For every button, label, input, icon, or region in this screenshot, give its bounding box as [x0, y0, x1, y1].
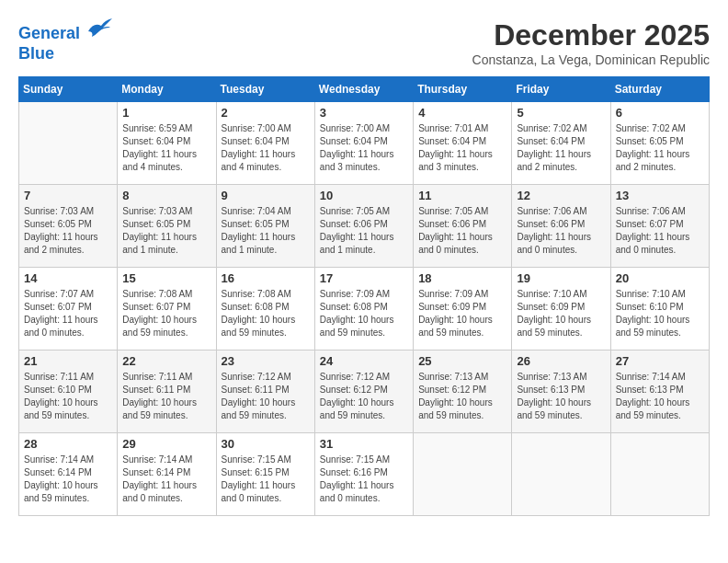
- day-number: 25: [418, 354, 506, 368]
- day-number: 14: [24, 271, 112, 285]
- day-number: 3: [320, 106, 408, 120]
- calendar-cell: [512, 433, 610, 516]
- day-number: 1: [122, 106, 210, 120]
- header-wednesday: Wednesday: [314, 77, 413, 102]
- calendar-cell: 8Sunrise: 7:03 AM Sunset: 6:05 PM Daylig…: [118, 185, 216, 268]
- day-info: Sunrise: 7:14 AM Sunset: 6:14 PM Dayligh…: [122, 454, 210, 505]
- day-info: Sunrise: 7:11 AM Sunset: 6:10 PM Dayligh…: [24, 371, 112, 422]
- calendar-cell: 5Sunrise: 7:02 AM Sunset: 6:04 PM Daylig…: [512, 102, 610, 185]
- day-info: Sunrise: 7:08 AM Sunset: 6:07 PM Dayligh…: [122, 288, 210, 339]
- day-info: Sunrise: 7:02 AM Sunset: 6:05 PM Dayligh…: [616, 122, 704, 174]
- day-info: Sunrise: 7:13 AM Sunset: 6:12 PM Dayligh…: [418, 371, 506, 422]
- calendar-week-row: 28Sunrise: 7:14 AM Sunset: 6:14 PM Dayli…: [19, 433, 710, 516]
- day-info: Sunrise: 7:12 AM Sunset: 6:11 PM Dayligh…: [222, 371, 310, 422]
- calendar-cell: 13Sunrise: 7:06 AM Sunset: 6:07 PM Dayli…: [610, 185, 709, 268]
- day-info: Sunrise: 7:15 AM Sunset: 6:16 PM Dayligh…: [320, 454, 408, 505]
- calendar-cell: 7Sunrise: 7:03 AM Sunset: 6:05 PM Daylig…: [19, 185, 118, 268]
- calendar-header-row: SundayMondayTuesdayWednesdayThursdayFrid…: [19, 77, 710, 102]
- page-header: General Blue December 2025 Constanza, La…: [18, 18, 710, 67]
- day-number: 27: [616, 354, 704, 368]
- day-number: 15: [122, 271, 210, 285]
- day-number: 4: [418, 106, 506, 120]
- month-title: December 2025: [472, 18, 710, 52]
- day-number: 20: [616, 271, 704, 285]
- calendar-cell: 20Sunrise: 7:10 AM Sunset: 6:10 PM Dayli…: [610, 268, 709, 350]
- day-info: Sunrise: 7:08 AM Sunset: 6:08 PM Dayligh…: [222, 288, 310, 339]
- calendar-cell: 9Sunrise: 7:04 AM Sunset: 6:05 PM Daylig…: [216, 185, 314, 268]
- calendar-cell: 11Sunrise: 7:05 AM Sunset: 6:06 PM Dayli…: [414, 185, 512, 268]
- day-info: Sunrise: 7:10 AM Sunset: 6:10 PM Dayligh…: [616, 288, 704, 339]
- day-number: 10: [320, 189, 408, 202]
- calendar-cell: 28Sunrise: 7:14 AM Sunset: 6:14 PM Dayli…: [19, 433, 118, 516]
- day-number: 6: [616, 106, 704, 120]
- day-info: Sunrise: 7:07 AM Sunset: 6:07 PM Dayligh…: [24, 288, 112, 339]
- day-number: 23: [222, 354, 310, 368]
- calendar-cell: [610, 433, 709, 516]
- day-number: 2: [222, 106, 310, 120]
- day-number: 30: [222, 437, 310, 451]
- calendar-cell: 31Sunrise: 7:15 AM Sunset: 6:16 PM Dayli…: [314, 433, 413, 516]
- header-tuesday: Tuesday: [216, 77, 314, 102]
- day-info: Sunrise: 7:12 AM Sunset: 6:12 PM Dayligh…: [320, 371, 408, 422]
- logo-bird-icon: [86, 18, 112, 39]
- calendar-week-row: 21Sunrise: 7:11 AM Sunset: 6:10 PM Dayli…: [19, 350, 710, 433]
- logo-line2: Blue: [18, 44, 112, 64]
- calendar-week-row: 1Sunrise: 6:59 AM Sunset: 6:04 PM Daylig…: [19, 102, 710, 185]
- calendar-cell: 24Sunrise: 7:12 AM Sunset: 6:12 PM Dayli…: [314, 350, 413, 433]
- day-number: 5: [517, 106, 605, 120]
- day-number: 16: [222, 271, 310, 285]
- calendar-cell: 3Sunrise: 7:00 AM Sunset: 6:04 PM Daylig…: [314, 102, 413, 185]
- day-info: Sunrise: 7:01 AM Sunset: 6:04 PM Dayligh…: [418, 122, 506, 174]
- calendar-cell: 14Sunrise: 7:07 AM Sunset: 6:07 PM Dayli…: [19, 268, 118, 350]
- day-info: Sunrise: 7:14 AM Sunset: 6:13 PM Dayligh…: [616, 371, 704, 422]
- day-number: 29: [122, 437, 210, 451]
- day-info: Sunrise: 7:09 AM Sunset: 6:08 PM Dayligh…: [320, 288, 408, 339]
- day-info: Sunrise: 7:06 AM Sunset: 6:07 PM Dayligh…: [616, 205, 704, 257]
- calendar-week-row: 7Sunrise: 7:03 AM Sunset: 6:05 PM Daylig…: [19, 185, 710, 268]
- day-number: 12: [517, 189, 605, 202]
- calendar-cell: 25Sunrise: 7:13 AM Sunset: 6:12 PM Dayli…: [414, 350, 512, 433]
- day-info: Sunrise: 7:14 AM Sunset: 6:14 PM Dayligh…: [24, 454, 112, 505]
- header-monday: Monday: [118, 77, 216, 102]
- day-number: 21: [24, 354, 112, 368]
- calendar-cell: 22Sunrise: 7:11 AM Sunset: 6:11 PM Dayli…: [118, 350, 216, 433]
- header-sunday: Sunday: [19, 77, 118, 102]
- day-info: Sunrise: 7:00 AM Sunset: 6:04 PM Dayligh…: [320, 122, 408, 174]
- day-number: 17: [320, 271, 408, 285]
- day-number: 22: [122, 354, 210, 368]
- day-number: 11: [418, 189, 506, 202]
- day-info: Sunrise: 7:11 AM Sunset: 6:11 PM Dayligh…: [122, 371, 210, 422]
- calendar-cell: 18Sunrise: 7:09 AM Sunset: 6:09 PM Dayli…: [414, 268, 512, 350]
- calendar-cell: 10Sunrise: 7:05 AM Sunset: 6:06 PM Dayli…: [314, 185, 413, 268]
- header-friday: Friday: [512, 77, 610, 102]
- day-info: Sunrise: 7:03 AM Sunset: 6:05 PM Dayligh…: [24, 205, 112, 257]
- day-info: Sunrise: 7:04 AM Sunset: 6:05 PM Dayligh…: [222, 205, 310, 257]
- day-info: Sunrise: 6:59 AM Sunset: 6:04 PM Dayligh…: [122, 122, 210, 174]
- calendar-cell: 19Sunrise: 7:10 AM Sunset: 6:09 PM Dayli…: [512, 268, 610, 350]
- calendar-table: SundayMondayTuesdayWednesdayThursdayFrid…: [18, 76, 710, 516]
- title-block: December 2025 Constanza, La Vega, Domini…: [472, 18, 710, 67]
- day-info: Sunrise: 7:05 AM Sunset: 6:06 PM Dayligh…: [418, 205, 506, 257]
- day-number: 9: [222, 189, 310, 202]
- logo-text: General: [18, 18, 112, 44]
- calendar-cell: 4Sunrise: 7:01 AM Sunset: 6:04 PM Daylig…: [414, 102, 512, 185]
- calendar-cell: 1Sunrise: 6:59 AM Sunset: 6:04 PM Daylig…: [118, 102, 216, 185]
- day-number: 31: [320, 437, 408, 451]
- day-info: Sunrise: 7:09 AM Sunset: 6:09 PM Dayligh…: [418, 288, 506, 339]
- subtitle: Constanza, La Vega, Dominican Republic: [472, 52, 710, 67]
- calendar-cell: 30Sunrise: 7:15 AM Sunset: 6:15 PM Dayli…: [216, 433, 314, 516]
- day-number: 24: [320, 354, 408, 368]
- day-info: Sunrise: 7:03 AM Sunset: 6:05 PM Dayligh…: [122, 205, 210, 257]
- day-number: 26: [517, 354, 605, 368]
- calendar-cell: 29Sunrise: 7:14 AM Sunset: 6:14 PM Dayli…: [118, 433, 216, 516]
- calendar-cell: [414, 433, 512, 516]
- calendar-week-row: 14Sunrise: 7:07 AM Sunset: 6:07 PM Dayli…: [19, 268, 710, 350]
- calendar-cell: 15Sunrise: 7:08 AM Sunset: 6:07 PM Dayli…: [118, 268, 216, 350]
- day-info: Sunrise: 7:15 AM Sunset: 6:15 PM Dayligh…: [222, 454, 310, 505]
- calendar-cell: [19, 102, 118, 185]
- day-info: Sunrise: 7:13 AM Sunset: 6:13 PM Dayligh…: [517, 371, 605, 422]
- day-number: 13: [616, 189, 704, 202]
- header-saturday: Saturday: [610, 77, 709, 102]
- day-number: 28: [24, 437, 112, 451]
- day-info: Sunrise: 7:06 AM Sunset: 6:06 PM Dayligh…: [517, 205, 605, 257]
